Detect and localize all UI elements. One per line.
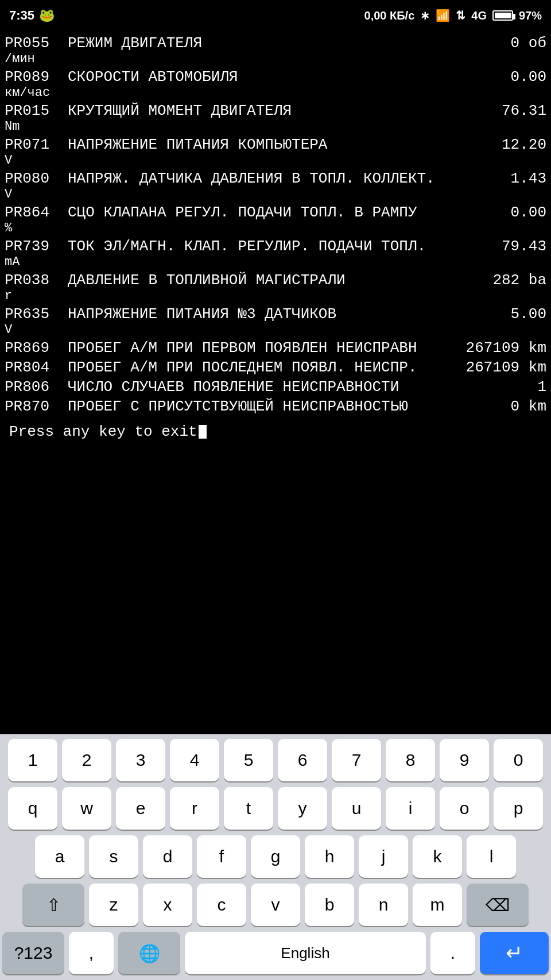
terminal-row-value: 1.43 xyxy=(478,170,546,187)
keyboard-asdf-row: asdfghjkl xyxy=(2,835,549,878)
kb-num-4[interactable]: 4 xyxy=(170,739,219,781)
keyboard: 1234567890 qwertyuiop asdfghjkl ⇧zxcvbnm… xyxy=(0,734,551,980)
keyboard-globe-button[interactable]: 🌐 xyxy=(118,932,180,974)
kb-num-7[interactable]: 7 xyxy=(332,739,381,781)
terminal-row-desc: НАПРЯЖ. ДАТЧИКА ДАВЛЕНИЯ В ТОПЛ. КОЛЛЕКТ… xyxy=(62,170,478,187)
kb-num-5[interactable]: 5 xyxy=(224,739,273,781)
kb-key-g[interactable]: g xyxy=(251,835,300,878)
terminal-row-desc: НАПРЯЖЕНИЕ ПИТАНИЯ КОМПЬЮТЕРА xyxy=(62,136,478,153)
terminal-row: PR635VНАПРЯЖЕНИЕ ПИТАНИЯ №3 ДАТЧИКОВ5.00 xyxy=(5,305,546,337)
terminal-row-value: 0.00 xyxy=(478,68,546,86)
kb-key-e[interactable]: e xyxy=(116,787,165,830)
press-exit-prompt: Press any key to exit xyxy=(5,417,546,444)
terminal-row-code: PR806 xyxy=(5,378,62,396)
terminal-row-value: 76.31 xyxy=(478,102,546,119)
terminal-row-value: 267109 km xyxy=(466,359,546,376)
keyboard-zxcv-row: ⇧zxcvbnm⌫ xyxy=(2,884,549,926)
kb-num-0[interactable]: 0 xyxy=(494,739,543,781)
terminal-row-value: 267109 km xyxy=(466,339,546,357)
terminal-row-value: 0 об xyxy=(478,34,546,52)
keyboard-qwerty-row: qwertyuiop xyxy=(2,787,549,830)
keyboard-backspace-button[interactable]: ⌫ xyxy=(467,884,529,926)
terminal-row-unit: V xyxy=(5,153,62,168)
terminal-row-code: PR015 xyxy=(5,102,62,119)
kb-key-l[interactable]: l xyxy=(467,835,516,878)
terminal-row-unit: /мин xyxy=(5,52,62,66)
kb-key-f[interactable]: f xyxy=(197,835,246,878)
terminal-row-value: 282 ba xyxy=(478,272,546,289)
kb-key-o[interactable]: o xyxy=(440,787,489,830)
terminal-row-desc: ЧИСЛО СЛУЧАЕВ ПОЯВЛЕНИЕ НЕИСПРАВНОСТИ xyxy=(62,378,478,396)
kb-key-r[interactable]: r xyxy=(170,787,219,830)
kb-key-q[interactable]: q xyxy=(8,787,57,830)
kb-key-v[interactable]: v xyxy=(251,884,300,926)
status-transfer-icon: ⇅ xyxy=(456,9,465,22)
keyboard-bottom-row: ?123,🌐English.↵ xyxy=(2,932,549,974)
kb-key-s[interactable]: s xyxy=(89,835,138,878)
kb-num-1[interactable]: 1 xyxy=(8,739,57,781)
terminal-row-value: 12.20 xyxy=(478,136,546,153)
status-frog-icon: 🐸 xyxy=(39,8,55,23)
kb-key-k[interactable]: k xyxy=(413,835,462,878)
keyboard-num123-button[interactable]: ?123 xyxy=(2,932,64,974)
terminal-row-unit: V xyxy=(5,187,62,202)
keyboard-shift-button[interactable]: ⇧ xyxy=(22,884,84,926)
kb-num-3[interactable]: 3 xyxy=(116,739,165,781)
kb-key-n[interactable]: n xyxy=(359,884,408,926)
terminal-row-unit: V xyxy=(5,323,62,337)
kb-num-8[interactable]: 8 xyxy=(386,739,435,781)
kb-key-z[interactable]: z xyxy=(89,884,138,926)
terminal-row: PR055/минРЕЖИМ ДВИГАТЕЛЯ0 об xyxy=(5,34,546,66)
terminal-row: PR739mAТОК ЭЛ/МАГН. КЛАП. РЕГУЛИР. ПОДАЧ… xyxy=(5,238,546,269)
kb-key-m[interactable]: m xyxy=(413,884,462,926)
terminal-row: PR864%СЦО КЛАПАНА РЕГУЛ. ПОДАЧИ ТОПЛ. В … xyxy=(5,204,546,235)
keyboard-period-key[interactable]: . xyxy=(430,932,475,974)
kb-key-u[interactable]: u xyxy=(332,787,381,830)
kb-key-p[interactable]: p xyxy=(494,787,543,830)
terminal-row-desc: КРУТЯЩИЙ МОМЕНТ ДВИГАТЕЛЯ xyxy=(62,102,478,119)
kb-key-h[interactable]: h xyxy=(305,835,354,878)
terminal-row-desc: ДАВЛЕНИЕ В ТОПЛИВНОЙ МАГИСТРАЛИ xyxy=(62,272,478,289)
terminal-row: PR804ПРОБЕГ А/М ПРИ ПОСЛЕДНЕМ ПОЯВЛ. НЕИ… xyxy=(5,359,546,376)
terminal-row-value: 0 km xyxy=(478,398,546,415)
kb-key-j[interactable]: j xyxy=(359,835,408,878)
kb-num-6[interactable]: 6 xyxy=(278,739,327,781)
keyboard-enter-button[interactable]: ↵ xyxy=(480,932,549,974)
keyboard-comma-key[interactable]: , xyxy=(69,932,114,974)
kb-key-x[interactable]: x xyxy=(143,884,192,926)
kb-key-b[interactable]: b xyxy=(305,884,354,926)
terminal-row-value: 5.00 xyxy=(478,305,546,323)
terminal-row-code: PR038 xyxy=(5,272,62,289)
kb-key-t[interactable]: t xyxy=(224,787,273,830)
keyboard-number-row: 1234567890 xyxy=(2,739,549,781)
terminal-row-value: 1 xyxy=(478,378,546,396)
terminal-row-unit: r xyxy=(5,289,62,303)
terminal-row-unit: км/час xyxy=(5,86,62,100)
terminal-row-unit: mA xyxy=(5,255,62,269)
status-data-speed: 0,00 КБ/с xyxy=(364,9,415,22)
keyboard-space-button[interactable]: English xyxy=(185,932,426,974)
terminal-row-value: 79.43 xyxy=(478,238,546,255)
terminal-row-desc: ПРОБЕГ А/М ПРИ ПЕРВОМ ПОЯВЛЕН НЕИСПРАВН xyxy=(62,339,466,357)
terminal-row-code: PR739 xyxy=(5,238,62,255)
kb-num-9[interactable]: 9 xyxy=(440,739,489,781)
terminal-row: PR038rДАВЛЕНИЕ В ТОПЛИВНОЙ МАГИСТРАЛИ282… xyxy=(5,272,546,303)
status-right: 0,00 КБ/с ∗ 📶 ⇅ 4G 97% xyxy=(364,9,542,22)
status-bar: 7:35 🐸 0,00 КБ/с ∗ 📶 ⇅ 4G 97% xyxy=(0,0,551,31)
kb-key-i[interactable]: i xyxy=(386,787,435,830)
terminal-row: PR089км/часСКОРОСТИ АВТОМОБИЛЯ0.00 xyxy=(5,68,546,100)
terminal-row-desc: НАПРЯЖЕНИЕ ПИТАНИЯ №3 ДАТЧИКОВ xyxy=(62,305,478,323)
terminal-row-unit: Nm xyxy=(5,119,62,134)
terminal-row-code: PR804 xyxy=(5,359,62,376)
terminal-rows: PR055/минРЕЖИМ ДВИГАТЕЛЯ0 обPR089км/часС… xyxy=(5,34,546,415)
kb-key-c[interactable]: c xyxy=(197,884,246,926)
kb-key-a[interactable]: a xyxy=(35,835,84,878)
terminal-row-desc: ТОК ЭЛ/МАГН. КЛАП. РЕГУЛИР. ПОДАЧИ ТОПЛ. xyxy=(62,238,478,255)
kb-key-w[interactable]: w xyxy=(62,787,111,830)
kb-key-d[interactable]: d xyxy=(143,835,192,878)
terminal-output: PR055/минРЕЖИМ ДВИГАТЕЛЯ0 обPR089км/часС… xyxy=(0,31,551,734)
kb-key-y[interactable]: y xyxy=(278,787,327,830)
battery-icon xyxy=(492,10,513,21)
kb-num-2[interactable]: 2 xyxy=(62,739,111,781)
terminal-row-unit: % xyxy=(5,221,62,235)
